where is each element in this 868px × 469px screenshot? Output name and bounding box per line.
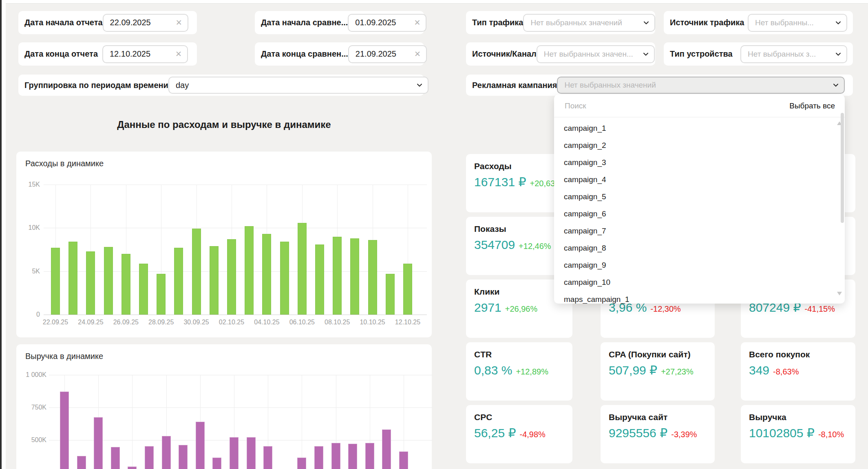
cmp-start-input[interactable] <box>349 18 412 27</box>
scroll-down-icon[interactable] <box>837 292 842 295</box>
select-all-button[interactable]: Выбрать все <box>789 101 835 110</box>
bar[interactable] <box>51 248 60 315</box>
bar[interactable] <box>280 242 289 315</box>
bar[interactable] <box>350 238 359 315</box>
grouping-value: day <box>169 81 189 90</box>
kpi-card: CTR0,83 %+12,89% <box>466 342 572 401</box>
source-channel-select[interactable]: Нет выбранных значен... <box>537 45 655 63</box>
dropdown-item[interactable]: campaign_5 <box>554 188 845 205</box>
date-end-input-wrap[interactable]: ✕ <box>102 45 188 63</box>
device-type-select[interactable]: Нет выбранных з... <box>740 45 847 63</box>
bar[interactable] <box>145 446 154 469</box>
bar[interactable] <box>179 445 188 469</box>
bar[interactable] <box>139 264 148 315</box>
gridline <box>44 185 427 185</box>
bar[interactable] <box>174 248 183 315</box>
bar[interactable] <box>210 246 219 315</box>
dropdown-item[interactable]: campaign_4 <box>554 171 845 188</box>
gridline <box>49 375 432 375</box>
cmp-start-label: Дата начала сравне... <box>261 18 348 27</box>
dropdown-search-input[interactable] <box>564 101 789 111</box>
dropdown-item[interactable]: campaign_10 <box>554 274 845 291</box>
bar[interactable] <box>128 467 137 469</box>
kpi-delta: +12,46% <box>519 242 551 251</box>
cmp-start-input-wrap[interactable]: ✕ <box>348 14 426 32</box>
kpi-value: 56,25 ₽ <box>474 426 516 440</box>
y-axis-label: 10K <box>16 224 40 232</box>
bar[interactable] <box>386 274 395 315</box>
date-end-input[interactable] <box>103 49 174 59</box>
bar[interactable] <box>77 456 86 469</box>
bar[interactable] <box>60 392 69 469</box>
bar[interactable] <box>111 447 120 469</box>
bar[interactable] <box>297 458 306 469</box>
traffic-source-label: Источник трафика <box>670 18 744 27</box>
x-axis-label: 06.10.25 <box>283 319 321 326</box>
bar[interactable] <box>192 229 201 315</box>
clear-icon[interactable]: ✕ <box>414 19 420 26</box>
x-axis-label: 22.09.25 <box>37 319 74 326</box>
grouping-label: Группировка по периодам времени <box>24 81 168 90</box>
bar[interactable] <box>333 237 342 315</box>
kpi-value-line: 56,25 ₽-4,98% <box>474 426 569 445</box>
campaign-select[interactable]: Нет выбранных значений <box>557 77 845 94</box>
bar[interactable] <box>245 226 254 315</box>
bar[interactable] <box>94 417 103 469</box>
bar[interactable] <box>121 254 130 315</box>
bar[interactable] <box>247 437 256 469</box>
cmp-end-input-wrap[interactable]: ✕ <box>348 45 427 63</box>
bar[interactable] <box>348 444 357 469</box>
cmp-end-input[interactable] <box>349 49 413 59</box>
x-axis-label: 26.09.25 <box>107 319 145 326</box>
dropdown-item[interactable]: campaign_2 <box>554 137 845 154</box>
bar[interactable] <box>368 240 377 315</box>
x-axis-label: 12.10.25 <box>389 319 426 326</box>
gridline <box>49 440 432 440</box>
dropdown-item[interactable]: campaign_6 <box>554 205 845 222</box>
clear-icon[interactable]: ✕ <box>175 50 182 58</box>
expenses-chart-title: Расходы в динамике <box>25 159 104 168</box>
dropdown-item[interactable]: campaign_8 <box>554 240 845 257</box>
bar[interactable] <box>263 446 272 469</box>
dropdown-item[interactable]: campaign_9 <box>554 257 845 274</box>
chevron-down-icon <box>835 20 841 26</box>
bar[interactable] <box>212 458 221 469</box>
bar[interactable] <box>314 446 323 469</box>
bar[interactable] <box>399 451 408 469</box>
campaign-placeholder: Нет выбранных значений <box>558 81 656 90</box>
bar[interactable] <box>403 264 412 315</box>
bar[interactable] <box>230 437 239 469</box>
grouping-select[interactable]: day <box>168 77 428 94</box>
bar[interactable] <box>157 274 166 315</box>
date-start-input[interactable] <box>104 18 174 27</box>
bar[interactable] <box>382 429 391 469</box>
y-axis-label: 1 000K <box>16 371 46 379</box>
x-axis-label: 02.10.25 <box>213 319 250 326</box>
bar[interactable] <box>162 436 171 469</box>
dropdown-search-row: Выбрать все <box>554 95 845 117</box>
x-axis-label: 28.09.25 <box>142 319 180 326</box>
dropdown-item[interactable]: campaign_1 <box>554 120 845 137</box>
bar[interactable] <box>315 244 324 315</box>
clear-icon[interactable]: ✕ <box>176 19 182 26</box>
clear-icon[interactable]: ✕ <box>414 50 421 58</box>
bar[interactable] <box>262 234 271 315</box>
traffic-type-select[interactable]: Нет выбранных значений <box>523 14 655 32</box>
bar[interactable] <box>365 443 374 469</box>
y-axis-label: 0 <box>16 310 40 319</box>
dropdown-scrollbar-thumb[interactable] <box>841 113 844 223</box>
traffic-source-select[interactable]: Нет выбранны... <box>748 14 847 32</box>
bar[interactable] <box>104 247 113 315</box>
y-axis-label: 5K <box>16 267 40 275</box>
bar[interactable] <box>68 242 77 315</box>
dropdown-item[interactable]: maps_campaign_1 <box>554 291 845 304</box>
dropdown-item[interactable]: campaign_3 <box>554 154 845 171</box>
date-start-input-wrap[interactable]: ✕ <box>103 14 188 32</box>
bar[interactable] <box>196 422 205 469</box>
bar[interactable] <box>227 239 236 315</box>
bar[interactable] <box>331 443 340 469</box>
bar[interactable] <box>86 251 95 315</box>
traffic-type-placeholder: Нет выбранных значений <box>524 18 622 27</box>
bar[interactable] <box>298 223 307 315</box>
dropdown-item[interactable]: campaign_7 <box>554 222 845 240</box>
